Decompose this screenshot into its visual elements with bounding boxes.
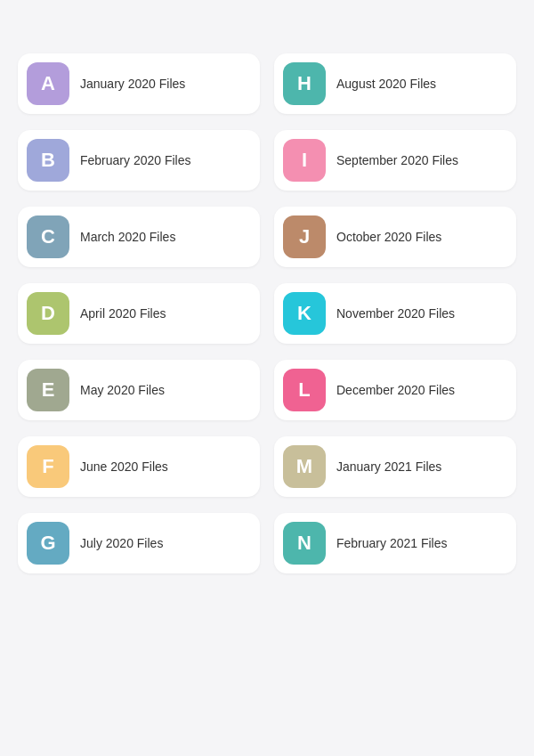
folder-badge: F	[27, 445, 69, 488]
folder-label: January 2020 Files	[80, 77, 185, 91]
folder-item[interactable]: NFebruary 2021 Files	[274, 513, 516, 573]
folder-item[interactable]: KNovember 2020 Files	[274, 283, 516, 344]
folder-badge: N	[283, 522, 326, 565]
folder-badge: B	[27, 139, 69, 182]
folder-item[interactable]: AJanuary 2020 Files	[18, 53, 260, 114]
folder-badge: D	[27, 292, 69, 335]
folder-label: May 2020 Files	[80, 383, 165, 397]
folder-label: August 2020 Files	[336, 77, 436, 91]
folder-item[interactable]: JOctober 2020 Files	[274, 207, 516, 267]
folder-item[interactable]: MJanuary 2021 Files	[274, 436, 516, 497]
folder-label: April 2020 Files	[80, 306, 166, 321]
folder-label: February 2020 Files	[80, 153, 191, 167]
folder-badge: M	[283, 445, 326, 488]
folder-badge: E	[27, 369, 69, 411]
folder-item[interactable]: FJune 2020 Files	[18, 436, 260, 497]
folder-badge: I	[283, 139, 326, 182]
folder-label: July 2020 Files	[80, 536, 163, 550]
folder-grid: AJanuary 2020 FilesHAugust 2020 FilesBFe…	[18, 53, 516, 573]
folder-item[interactable]: CMarch 2020 Files	[18, 207, 260, 267]
folder-label: October 2020 Files	[336, 230, 441, 244]
folder-label: January 2021 Files	[336, 459, 441, 474]
folder-label: December 2020 Files	[336, 383, 455, 397]
folder-badge: A	[27, 62, 69, 105]
folder-badge: K	[283, 292, 326, 335]
folder-badge: H	[283, 62, 326, 105]
folder-label: June 2020 Files	[80, 459, 168, 474]
folder-badge: L	[283, 369, 326, 411]
folder-label: March 2020 Files	[80, 230, 175, 244]
folder-label: November 2020 Files	[336, 306, 455, 321]
folder-item[interactable]: EMay 2020 Files	[18, 360, 260, 420]
folder-item[interactable]: HAugust 2020 Files	[274, 53, 516, 114]
folder-label: September 2020 Files	[336, 153, 458, 167]
folder-item[interactable]: DApril 2020 Files	[18, 283, 260, 344]
folder-badge: C	[27, 215, 69, 258]
folder-item[interactable]: ISeptember 2020 Files	[274, 130, 516, 191]
folder-label: February 2021 Files	[336, 536, 448, 550]
folder-item[interactable]: GJuly 2020 Files	[18, 513, 260, 573]
folder-badge: G	[27, 522, 69, 565]
folder-item[interactable]: BFebruary 2020 Files	[18, 130, 260, 191]
folder-badge: J	[283, 215, 326, 258]
folder-item[interactable]: LDecember 2020 Files	[274, 360, 516, 420]
